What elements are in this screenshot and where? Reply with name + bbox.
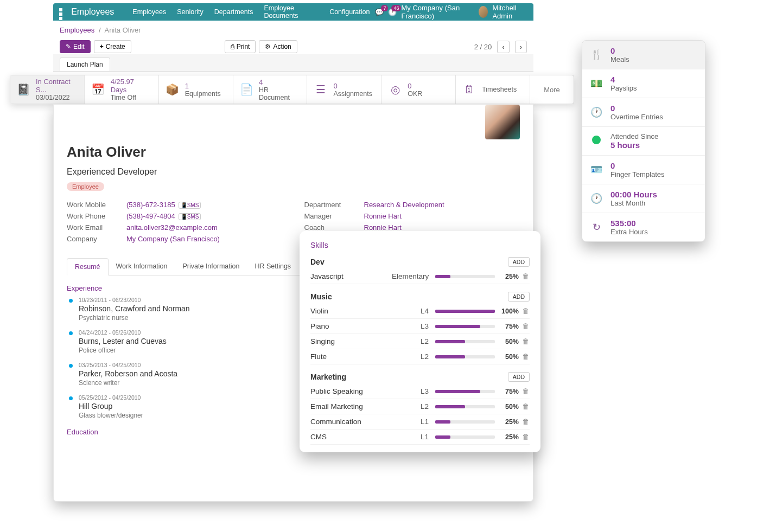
stat-cell[interactable]: 4 HR Document <box>233 75 308 104</box>
create-button[interactable]: Create <box>94 40 131 53</box>
tab-resume[interactable]: Resumé <box>67 258 109 275</box>
field-value[interactable]: anita.oliver32@example.com <box>126 223 218 232</box>
action-button[interactable]: Action <box>259 40 297 53</box>
skill-name: CMS <box>310 433 392 441</box>
messages-icon[interactable]: 7 <box>375 8 384 16</box>
stat-cell[interactable]: 0 Assignments <box>307 75 381 104</box>
skill-add-button[interactable]: ADD <box>508 292 530 302</box>
print-button[interactable]: Print <box>225 40 256 53</box>
skill-add-button[interactable]: ADD <box>508 257 530 267</box>
user-name[interactable]: Mitchell Admin <box>492 4 528 20</box>
company-switcher[interactable]: My Company (San Francisco) <box>401 4 474 20</box>
stat-more[interactable]: More <box>530 75 574 104</box>
trash-icon[interactable] <box>519 337 530 345</box>
field-label: Work Mobile <box>67 201 126 209</box>
trash-icon[interactable] <box>519 307 530 315</box>
trash-icon[interactable] <box>519 418 530 426</box>
side-value: 0 <box>610 104 663 113</box>
field-value[interactable]: (538)-497-4804📱SMS <box>126 212 201 220</box>
nav-configuration[interactable]: Configuration <box>329 8 370 16</box>
pencil-icon <box>66 43 71 50</box>
field-value[interactable]: (538)-672-3185📱SMS <box>126 201 201 209</box>
side-value: 00:00 Hours <box>610 190 657 199</box>
side-icon <box>589 136 604 147</box>
skill-row: Violin L4 100% <box>310 304 530 319</box>
side-icon <box>589 78 604 89</box>
field-value[interactable]: Ronnie Hart <box>364 212 402 220</box>
sms-badge[interactable]: 📱SMS <box>179 202 201 209</box>
nav-employee-docs[interactable]: Employee Documents <box>264 4 319 20</box>
skill-bar <box>435 435 495 439</box>
trash-icon[interactable] <box>519 387 530 395</box>
nav-seniority[interactable]: Seniority <box>177 8 203 16</box>
field-value[interactable]: My Company (San Francisco) <box>126 235 220 243</box>
side-metric[interactable]: 535:00Extra Hours <box>582 213 705 241</box>
launch-plan-tab[interactable]: Launch Plan <box>60 57 110 71</box>
trash-icon[interactable] <box>519 322 530 330</box>
skill-level: L1 <box>392 433 435 441</box>
user-avatar[interactable] <box>479 6 488 18</box>
tab-work-info[interactable]: Work Information <box>109 258 175 275</box>
side-metric[interactable]: 4Payslips <box>582 69 705 98</box>
trash-icon[interactable] <box>519 352 530 361</box>
side-metric[interactable]: 0Overtime Entries <box>582 98 705 127</box>
side-icon <box>589 164 604 176</box>
stat-value: 4/25.97 Days <box>111 78 152 94</box>
side-metric[interactable]: 0Meals <box>582 41 705 69</box>
stat-cell[interactable]: In Contract S... 03/01/2022 <box>10 75 85 104</box>
skill-level: L4 <box>392 307 435 315</box>
stat-label: Time Off <box>111 94 152 101</box>
trash-icon[interactable] <box>519 402 530 411</box>
skill-pct: 50% <box>495 403 519 411</box>
stat-value: 0 <box>333 82 372 90</box>
launch-row: Launch Plan <box>53 54 533 72</box>
edit-button[interactable]: Edit <box>60 40 91 53</box>
skill-level: L2 <box>392 352 435 361</box>
stat-cell[interactable]: 1 Equipments <box>159 75 233 104</box>
brand[interactable]: Employees <box>71 7 114 17</box>
trash-icon[interactable] <box>519 433 530 441</box>
stat-cell[interactable]: Timesheets <box>456 75 530 104</box>
skill-pct: 25% <box>495 273 519 280</box>
trash-icon[interactable] <box>519 272 530 280</box>
side-icon <box>589 106 604 118</box>
field-value[interactable]: Ronnie Hart <box>364 223 402 232</box>
stat-strip: In Contract S... 03/01/2022 4/25.97 Days… <box>10 75 574 104</box>
skill-bar <box>435 390 495 393</box>
skill-pct: 25% <box>495 418 519 426</box>
breadcrumb-root[interactable]: Employees <box>60 26 94 34</box>
stat-cell[interactable]: 4/25.97 Days Time Off <box>85 75 159 104</box>
employee-badge: Employee <box>67 182 104 191</box>
activity-icon[interactable]: 46 <box>388 8 397 16</box>
stat-cell[interactable]: 0 OKR <box>381 75 456 104</box>
stat-label: HR Document <box>259 86 301 101</box>
stat-label: Equipments <box>185 90 221 98</box>
employee-photo[interactable] <box>485 105 520 139</box>
field-value[interactable]: Research & Development <box>364 201 444 209</box>
side-metrics-panel: 0Meals 4Payslips 0Overtime Entries Atten… <box>582 40 705 242</box>
side-value: 535:00 <box>610 219 648 228</box>
nav-departments[interactable]: Departments <box>214 8 253 16</box>
skill-level: L1 <box>392 418 435 426</box>
apps-icon[interactable] <box>59 8 66 16</box>
sms-badge[interactable]: 📱SMS <box>179 213 201 220</box>
tab-private-info[interactable]: Private Information <box>175 258 247 275</box>
tab-hr-settings[interactable]: HR Settings <box>247 258 298 275</box>
side-value: 4 <box>610 75 637 84</box>
side-metric[interactable]: 0Finger Templates <box>582 156 705 184</box>
stat-value: 0 <box>408 82 422 90</box>
nav-employees[interactable]: Employees <box>132 8 166 16</box>
side-metric[interactable]: Attended Since5 hours <box>582 127 705 156</box>
field-label: Company <box>67 235 126 243</box>
pager-prev[interactable] <box>497 41 509 53</box>
side-icon <box>589 49 604 61</box>
pager-next[interactable] <box>515 41 527 53</box>
skill-pct: 75% <box>495 323 519 330</box>
stat-value: In Contract S... <box>36 78 78 94</box>
skill-row: Email Marketing L2 50% <box>310 399 530 414</box>
skill-name: Email Marketing <box>310 402 392 411</box>
stat-icon <box>462 84 476 96</box>
skill-add-button[interactable]: ADD <box>508 372 530 382</box>
side-value: 0 <box>610 46 629 55</box>
side-metric[interactable]: 00:00 HoursLast Month <box>582 184 705 213</box>
